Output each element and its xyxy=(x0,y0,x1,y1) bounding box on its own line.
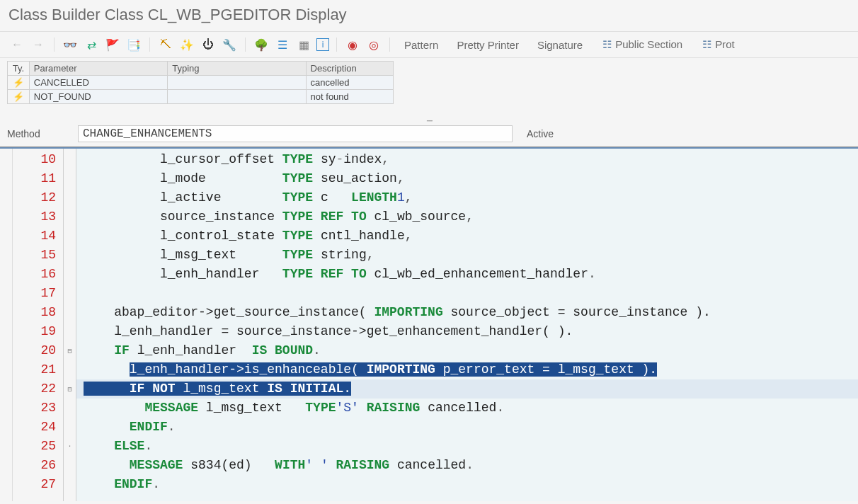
fold-marker xyxy=(64,265,76,284)
check-icon[interactable]: ✨ xyxy=(178,36,195,53)
code-line[interactable]: l_enh_handler TYPE REF TO cl_wb_ed_enhan… xyxy=(76,265,858,284)
fold-marker xyxy=(64,475,76,494)
code-line[interactable]: l_active TYPE c LENGTH1, xyxy=(76,188,858,207)
code-line[interactable]: IF NOT l_msg_text IS INITIAL. xyxy=(76,379,858,399)
col-description[interactable]: Description xyxy=(306,62,393,76)
code-line[interactable]: l_enh_handler = source_instance->get_enh… xyxy=(76,322,858,341)
fold-marker xyxy=(64,227,76,246)
code-line[interactable]: l_control_state TYPE cntl_handle, xyxy=(76,227,858,246)
exception-icon: ⚡ xyxy=(13,77,24,88)
line-number: 11 xyxy=(13,169,63,188)
fold-marker xyxy=(64,169,76,188)
window-title: Class Builder Class CL_WB_PGEDITOR Displ… xyxy=(0,0,858,32)
toolbar-separator xyxy=(336,38,337,52)
section-icon: ☷ xyxy=(601,38,612,51)
toolbar: ← → 👓 ⇄ 🚩 📑 ⛏ ✨ ⏻ 🔧 🌳 ☰ ▦ i ◉ ◎ Pattern … xyxy=(0,32,858,58)
fold-marker xyxy=(64,303,76,322)
code-line[interactable]: IF l_enh_handler IS BOUND. xyxy=(76,341,858,360)
activate2-icon[interactable]: ⏻ xyxy=(200,36,217,53)
line-number: 10 xyxy=(13,150,63,169)
param-name: NOT_FOUND xyxy=(29,90,167,104)
public-section-button[interactable]: ☷Public Section xyxy=(594,37,690,52)
line-number: 20 xyxy=(13,341,63,360)
code-line[interactable]: MESSAGE l_msg_text TYPE'S' RAISING cance… xyxy=(76,399,858,418)
line-number-gutter: 101112131415161718192021222324252627 xyxy=(13,149,64,501)
test-icon[interactable]: 🔧 xyxy=(221,36,238,53)
fold-marker xyxy=(64,399,76,418)
code-line[interactable]: l_mode TYPE seu_action, xyxy=(76,169,858,188)
section-icon: ☷ xyxy=(701,38,712,51)
outline-icon[interactable]: ☰ xyxy=(274,36,291,53)
code-editor[interactable]: 101112131415161718192021222324252627 ⊟⊟·… xyxy=(0,147,858,501)
method-status: Active xyxy=(527,128,554,139)
code-area[interactable]: l_cursor_offset TYPE sy-index, l_mode TY… xyxy=(76,149,858,501)
forward-icon[interactable]: → xyxy=(30,36,47,53)
activate-icon[interactable]: 🚩 xyxy=(104,36,121,53)
code-line[interactable]: ELSE. xyxy=(76,437,858,456)
pretty-printer-button[interactable]: Pretty Printer xyxy=(450,38,526,52)
display-change-icon[interactable]: ⇄ xyxy=(83,36,100,53)
pattern-button[interactable]: Pattern xyxy=(397,38,445,52)
line-number: 16 xyxy=(13,265,63,284)
line-number: 12 xyxy=(13,188,63,207)
splitter-handle[interactable] xyxy=(0,118,858,124)
code-line[interactable]: MESSAGE s834(ed) WITH' ' RAISING cancell… xyxy=(76,456,858,475)
line-number: 15 xyxy=(13,246,63,265)
code-line[interactable]: l_enh_handler->is_enhanceable( IMPORTING… xyxy=(76,360,858,379)
fold-marker[interactable]: · xyxy=(64,437,76,456)
enhance-icon[interactable]: ⛏ xyxy=(157,36,174,53)
glasses-icon[interactable]: 👓 xyxy=(62,36,79,53)
fold-marker[interactable]: ⊟ xyxy=(64,379,76,399)
doc-icon[interactable]: ▦ xyxy=(295,36,312,53)
toolbar-separator xyxy=(389,38,390,52)
toolbar-separator xyxy=(245,38,246,52)
prot-section-label: Prot xyxy=(715,38,735,50)
param-name: CANCELLED xyxy=(29,76,167,90)
info-icon[interactable]: i xyxy=(316,38,329,51)
method-name-field[interactable]: CHANGE_ENHANCEMENTS xyxy=(78,125,513,142)
fold-marker xyxy=(64,360,76,379)
code-line[interactable]: l_cursor_offset TYPE sy-index, xyxy=(76,150,858,169)
other-object-icon[interactable]: 📑 xyxy=(125,36,142,53)
method-bar: Method CHANGE_ENHANCEMENTS Active xyxy=(0,124,858,147)
line-number: 26 xyxy=(13,456,63,475)
parameters-table: Ty. Parameter Typing Description ⚡ CANCE… xyxy=(7,61,394,104)
fold-marker xyxy=(64,456,76,475)
fold-marker xyxy=(64,418,76,437)
param-typing xyxy=(168,76,306,90)
code-line[interactable] xyxy=(76,284,858,303)
exception-icon: ⚡ xyxy=(13,91,24,102)
back-icon[interactable]: ← xyxy=(8,36,25,53)
fold-marker xyxy=(64,188,76,207)
prot-section-button[interactable]: ☷Prot xyxy=(694,37,742,52)
line-number: 17 xyxy=(13,284,63,303)
param-desc: not found xyxy=(306,90,393,104)
fold-column[interactable]: ⊟⊟· xyxy=(64,149,76,501)
fold-marker xyxy=(64,322,76,341)
col-parameter[interactable]: Parameter xyxy=(29,62,167,76)
method-label: Method xyxy=(7,128,69,139)
line-number: 19 xyxy=(13,322,63,341)
public-section-label: Public Section xyxy=(615,38,682,50)
param-row[interactable]: ⚡ CANCELLED cancelled xyxy=(8,76,394,90)
line-number: 23 xyxy=(13,399,63,418)
line-number: 13 xyxy=(13,207,63,227)
signature-button[interactable]: Signature xyxy=(530,38,590,52)
code-line[interactable]: source_instance TYPE REF TO cl_wb_source… xyxy=(76,207,858,227)
code-line[interactable]: ENDIF. xyxy=(76,475,858,494)
param-desc: cancelled xyxy=(306,76,393,90)
breakpoint-icon[interactable]: ◉ xyxy=(344,36,361,53)
param-row[interactable]: ⚡ NOT_FOUND not found xyxy=(8,90,394,104)
code-line[interactable]: ENDIF. xyxy=(76,418,858,437)
col-typing[interactable]: Typing xyxy=(168,62,306,76)
line-number: 27 xyxy=(13,475,63,494)
code-line[interactable]: abap_editor->get_source_instance( IMPORT… xyxy=(76,303,858,322)
col-ty[interactable]: Ty. xyxy=(8,62,30,76)
line-number: 25 xyxy=(13,437,63,456)
fold-marker[interactable]: ⊟ xyxy=(64,341,76,360)
breakpoint2-icon[interactable]: ◎ xyxy=(365,36,382,53)
code-line[interactable]: l_msg_text TYPE string, xyxy=(76,246,858,265)
where-used-icon[interactable]: 🌳 xyxy=(253,36,270,53)
line-number: 18 xyxy=(13,303,63,322)
line-number: 21 xyxy=(13,360,63,379)
